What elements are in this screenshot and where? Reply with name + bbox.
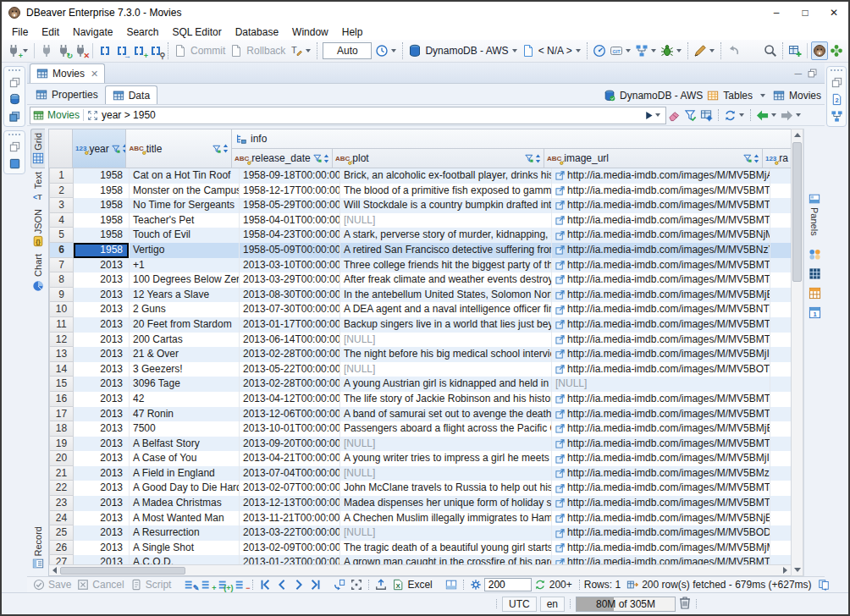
cell-release-date[interactable]: 2013-02-28T00:00:00Z [240, 347, 340, 362]
cell-title[interactable]: 7500 [130, 421, 240, 437]
nav-back-dropdown[interactable] [771, 113, 776, 117]
sort-filter-icons[interactable] [743, 154, 759, 163]
row-number[interactable]: 22 [49, 481, 74, 496]
row-number[interactable]: 3 [49, 198, 74, 213]
column-header-release-date[interactable]: ABC release_date [232, 149, 333, 168]
cell-plot[interactable]: In the antebellum United States, Solomon… [340, 288, 552, 303]
cell-title[interactable]: 3096 Tage [130, 377, 240, 392]
active-schema-label[interactable]: < N/A > [538, 45, 572, 57]
connection-dropdown[interactable] [512, 49, 517, 52]
row-number[interactable]: 20 [49, 451, 74, 466]
row-number[interactable]: 21 [49, 466, 74, 481]
reconnect-button[interactable]: ↻ [55, 41, 72, 60]
cell-release-date[interactable]: 2013-05-22T00:00:00Z [240, 362, 340, 377]
sort-filter-icons[interactable] [525, 154, 541, 163]
row-number[interactable]: 5 [49, 228, 74, 243]
cell-image-url[interactable]: http://ia.media-imdb.com/images/M/MV5BMj… [552, 451, 770, 466]
panels-toggle-button[interactable] [443, 578, 460, 592]
active-connection-label[interactable]: DynamoDB - AWS [425, 45, 508, 57]
cell-rating[interactable] [770, 362, 791, 377]
minimize-editor-icon[interactable]: ─ [794, 68, 802, 80]
cell-plot[interactable]: The blood of a primitive fish exposed to… [340, 184, 552, 199]
disconnect-button[interactable]: ✕ [72, 41, 89, 60]
horizontal-scrollbar[interactable] [49, 564, 791, 575]
tasks-button[interactable] [692, 41, 709, 60]
references-panel-icon[interactable] [809, 306, 821, 319]
filter-input[interactable]: Movies year > 1950 [30, 107, 666, 124]
cell-image-url[interactable]: http://ia.media-imdb.com/images/M/MV5BOT… [552, 362, 770, 377]
script-button[interactable] [128, 578, 145, 592]
cell-title[interactable]: 47 Ronin [130, 407, 240, 422]
cell-release-date[interactable]: 2013-03-29T00:00:00Z [240, 272, 340, 288]
cell-release-date[interactable]: 2013-06-14T00:00:00Z [240, 333, 340, 348]
sql-templates-icon[interactable] [831, 93, 843, 106]
cell-release-date[interactable]: 2013-12-06T00:00:00Z [240, 407, 340, 422]
clear-filter-button[interactable] [668, 109, 681, 122]
dbeaver-perspective-button[interactable] [811, 41, 828, 60]
cell-year[interactable]: 2013 [74, 377, 130, 392]
cell-year[interactable]: 1958 [74, 213, 130, 228]
cell-year[interactable]: 2013 [74, 333, 130, 348]
previous-row-button[interactable] [273, 578, 290, 592]
row-number[interactable]: 14 [49, 362, 74, 377]
vertical-scrollbar[interactable] [791, 129, 803, 576]
cell-title[interactable]: A.C.O.D. [130, 555, 240, 564]
fetch-size-input[interactable] [484, 578, 532, 591]
column-header-rating[interactable]: 123 ra [763, 149, 791, 168]
cell-plot[interactable]: Backup singers live in a world that lies… [340, 317, 552, 333]
row-number[interactable]: 19 [49, 437, 74, 452]
cell-release-date[interactable]: 2013-08-30T00:00:00Z [240, 288, 340, 303]
row-number[interactable]: 13 [49, 347, 74, 362]
cell-image-url[interactable]: http://ia.media-imdb.com/images/M/MV5BMj… [552, 421, 770, 437]
cell-release-date[interactable]: 2013-11-21T00:00:00Z [240, 511, 340, 526]
cell-release-date[interactable]: 2013-02-09T00:00:00Z [240, 541, 340, 556]
cell-image-url[interactable]: http://ia.media-imdb.com/images/M/MV5BMT… [552, 317, 770, 333]
tab-text[interactable]: Text [31, 168, 45, 206]
cell-rating[interactable] [770, 213, 791, 228]
cell-title[interactable]: A Most Wanted Man [130, 511, 240, 526]
cell-rating[interactable] [770, 258, 791, 273]
menu-search[interactable]: Search [119, 25, 165, 40]
cell-plot[interactable]: A DEA agent and a naval intelligence off… [340, 302, 552, 317]
duplicate-row-button[interactable]: (+) [215, 578, 232, 592]
cell-image-url[interactable]: http://ia.media-imdb.com/images/M/MV5BMT… [552, 333, 770, 348]
delete-row-button[interactable]: − [232, 578, 249, 592]
cell-plot[interactable]: [NULL] [340, 437, 552, 452]
export-button[interactable] [373, 578, 389, 592]
row-number[interactable]: 1 [49, 168, 74, 184]
cell-title[interactable]: A Single Shot [130, 541, 240, 556]
cell-release-date[interactable]: 2013-03-10T00:00:00Z [240, 258, 340, 273]
tasks-dropdown[interactable] [709, 49, 715, 52]
last-row-button[interactable] [307, 578, 324, 592]
cell-rating[interactable] [770, 407, 791, 422]
column-header-plot[interactable]: ABC plot [333, 149, 544, 168]
breadcrumb-container[interactable]: Tables [723, 90, 753, 102]
cell-rating[interactable] [770, 272, 791, 288]
breadcrumb-dropdown[interactable] [760, 94, 765, 97]
cell-title[interactable]: Cat on a Hot Tin Roof [130, 168, 240, 184]
recent-sql-button[interactable]: ⚲ [147, 41, 164, 60]
commit-button[interactable] [172, 41, 189, 60]
expand-icon[interactable] [87, 110, 98, 121]
cell-release-date[interactable]: 1958-05-29T00:00:00Z [240, 198, 340, 213]
grid-corner[interactable] [49, 129, 73, 168]
cell-title[interactable]: 42 [130, 392, 240, 407]
cell-release-date[interactable]: 2013-04-21T00:00:00Z [240, 451, 340, 466]
cell-rating[interactable] [770, 333, 791, 348]
fetch-more-label[interactable]: 200+ [549, 579, 572, 591]
row-number[interactable]: 24 [49, 511, 74, 526]
menu-window[interactable]: Window [285, 25, 335, 40]
restore-view-icon[interactable] [8, 76, 21, 89]
sort-filter-icons[interactable] [313, 154, 329, 163]
drag-handle[interactable] [8, 134, 20, 135]
refresh-dropdown[interactable] [739, 113, 744, 117]
new-connection-button[interactable]: + [5, 41, 22, 60]
cell-release-date[interactable]: 2013-12-13T00:00:00Z [240, 496, 340, 511]
cell-plot[interactable]: [NULL] [340, 466, 552, 481]
cell-title[interactable]: A Belfast Story [130, 437, 240, 452]
cell-title[interactable]: Touch of Evil [130, 228, 240, 243]
column-header-info[interactable]: info [232, 129, 791, 149]
row-number[interactable]: 26 [49, 541, 74, 556]
cell-title[interactable]: 20 Feet from Stardom [130, 317, 240, 333]
row-number[interactable]: 27 [49, 555, 74, 564]
